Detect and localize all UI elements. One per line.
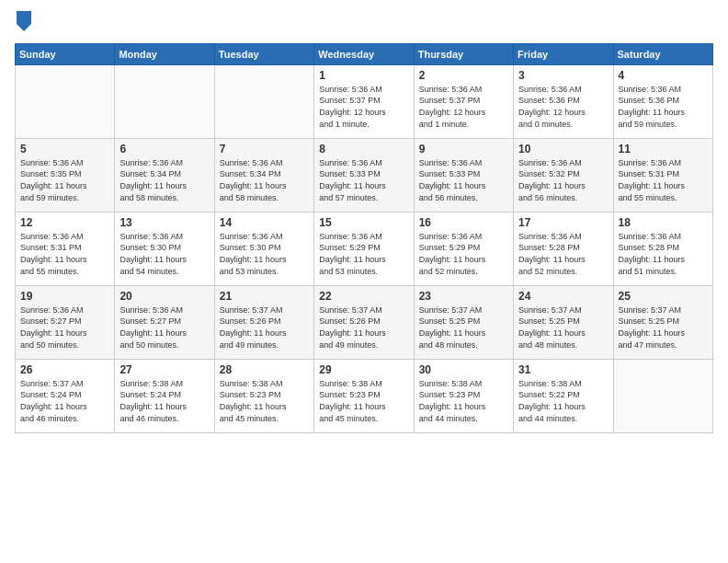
day-number: 26: [20, 363, 109, 376]
calendar-cell: 12Sunrise: 5:36 AM Sunset: 5:31 PM Dayli…: [16, 212, 115, 285]
calendar-cell: 29Sunrise: 5:38 AM Sunset: 5:23 PM Dayli…: [314, 359, 414, 432]
day-number: 29: [319, 363, 408, 376]
calendar-cell: 23Sunrise: 5:37 AM Sunset: 5:25 PM Dayli…: [414, 285, 513, 359]
cell-text: Sunrise: 5:36 AM Sunset: 5:34 PM Dayligh…: [220, 157, 309, 203]
day-number: 19: [20, 290, 109, 303]
cell-text: Sunrise: 5:38 AM Sunset: 5:24 PM Dayligh…: [119, 378, 209, 424]
day-number: 23: [419, 290, 508, 303]
calendar-cell: 11Sunrise: 5:36 AM Sunset: 5:31 PM Dayli…: [613, 138, 712, 212]
cell-text: Sunrise: 5:36 AM Sunset: 5:33 PM Dayligh…: [319, 157, 408, 203]
calendar-cell: [214, 64, 313, 138]
calendar-cell: 17Sunrise: 5:36 AM Sunset: 5:28 PM Dayli…: [514, 212, 613, 285]
cell-text: Sunrise: 5:36 AM Sunset: 5:36 PM Dayligh…: [619, 84, 708, 130]
calendar-cell: 31Sunrise: 5:38 AM Sunset: 5:22 PM Dayli…: [514, 359, 613, 432]
calendar-week-row: 19Sunrise: 5:36 AM Sunset: 5:27 PM Dayli…: [16, 285, 713, 359]
cell-text: Sunrise: 5:37 AM Sunset: 5:25 PM Dayligh…: [518, 304, 608, 350]
cell-text: Sunrise: 5:36 AM Sunset: 5:31 PM Dayligh…: [20, 231, 109, 277]
calendar-cell: 4Sunrise: 5:36 AM Sunset: 5:36 PM Daylig…: [613, 64, 712, 138]
day-number: 25: [619, 290, 708, 303]
cell-text: Sunrise: 5:36 AM Sunset: 5:30 PM Dayligh…: [119, 231, 209, 277]
cell-text: Sunrise: 5:36 AM Sunset: 5:31 PM Dayligh…: [619, 157, 708, 203]
day-number: 3: [518, 69, 608, 82]
day-number: 27: [119, 363, 209, 376]
day-number: 22: [319, 290, 408, 303]
cell-text: Sunrise: 5:37 AM Sunset: 5:25 PM Dayligh…: [619, 304, 708, 350]
weekday-header: Monday: [115, 43, 214, 64]
day-number: 11: [619, 143, 708, 155]
cell-text: Sunrise: 5:36 AM Sunset: 5:28 PM Dayligh…: [619, 231, 708, 277]
cell-text: Sunrise: 5:38 AM Sunset: 5:23 PM Dayligh…: [220, 378, 309, 424]
calendar-week-row: 12Sunrise: 5:36 AM Sunset: 5:31 PM Dayli…: [16, 212, 713, 285]
cell-text: Sunrise: 5:36 AM Sunset: 5:34 PM Dayligh…: [119, 157, 209, 203]
cell-text: Sunrise: 5:37 AM Sunset: 5:24 PM Dayligh…: [20, 378, 109, 424]
day-number: 28: [220, 363, 309, 376]
logo: [15, 11, 31, 36]
cell-text: Sunrise: 5:36 AM Sunset: 5:37 PM Dayligh…: [319, 84, 408, 130]
calendar-cell: 3Sunrise: 5:36 AM Sunset: 5:36 PM Daylig…: [514, 64, 613, 138]
day-number: 31: [518, 363, 608, 376]
weekday-header: Wednesday: [314, 43, 414, 64]
calendar-cell: 7Sunrise: 5:36 AM Sunset: 5:34 PM Daylig…: [214, 138, 313, 212]
day-number: 6: [119, 143, 209, 155]
cell-text: Sunrise: 5:36 AM Sunset: 5:37 PM Dayligh…: [419, 84, 508, 130]
day-number: 15: [319, 216, 408, 229]
day-number: 30: [419, 363, 508, 376]
day-number: 10: [518, 143, 608, 155]
cell-text: Sunrise: 5:37 AM Sunset: 5:25 PM Dayligh…: [419, 304, 508, 350]
day-number: 1: [319, 69, 408, 82]
calendar-cell: 25Sunrise: 5:37 AM Sunset: 5:25 PM Dayli…: [613, 285, 712, 359]
calendar-cell: 24Sunrise: 5:37 AM Sunset: 5:25 PM Dayli…: [514, 285, 613, 359]
cell-text: Sunrise: 5:36 AM Sunset: 5:29 PM Dayligh…: [419, 231, 508, 277]
calendar-cell: 14Sunrise: 5:36 AM Sunset: 5:30 PM Dayli…: [214, 212, 313, 285]
calendar-cell: 28Sunrise: 5:38 AM Sunset: 5:23 PM Dayli…: [214, 359, 313, 432]
weekday-header: Tuesday: [214, 43, 313, 64]
weekday-header: Thursday: [414, 43, 513, 64]
calendar-cell: 6Sunrise: 5:36 AM Sunset: 5:34 PM Daylig…: [115, 138, 214, 212]
calendar-cell: 22Sunrise: 5:37 AM Sunset: 5:26 PM Dayli…: [314, 285, 414, 359]
day-number: 16: [419, 216, 508, 229]
calendar-cell: 27Sunrise: 5:38 AM Sunset: 5:24 PM Dayli…: [115, 359, 214, 432]
calendar-body: 1Sunrise: 5:36 AM Sunset: 5:37 PM Daylig…: [16, 64, 713, 432]
calendar-table: SundayMondayTuesdayWednesdayThursdayFrid…: [15, 43, 713, 433]
weekday-header: Sunday: [16, 43, 115, 64]
day-number: 24: [518, 290, 608, 303]
cell-text: Sunrise: 5:38 AM Sunset: 5:23 PM Dayligh…: [319, 378, 408, 424]
calendar-week-row: 1Sunrise: 5:36 AM Sunset: 5:37 PM Daylig…: [16, 64, 713, 138]
calendar-cell: 2Sunrise: 5:36 AM Sunset: 5:37 PM Daylig…: [414, 64, 513, 138]
day-number: 2: [419, 69, 508, 82]
calendar-cell: 19Sunrise: 5:36 AM Sunset: 5:27 PM Dayli…: [16, 285, 115, 359]
day-number: 21: [220, 290, 309, 303]
calendar-cell: 15Sunrise: 5:36 AM Sunset: 5:29 PM Dayli…: [314, 212, 414, 285]
cell-text: Sunrise: 5:38 AM Sunset: 5:22 PM Dayligh…: [518, 378, 608, 424]
calendar-cell: 26Sunrise: 5:37 AM Sunset: 5:24 PM Dayli…: [16, 359, 115, 432]
calendar-cell: 18Sunrise: 5:36 AM Sunset: 5:28 PM Dayli…: [613, 212, 712, 285]
calendar-cell: 10Sunrise: 5:36 AM Sunset: 5:32 PM Dayli…: [514, 138, 613, 212]
calendar-cell: 30Sunrise: 5:38 AM Sunset: 5:23 PM Dayli…: [414, 359, 513, 432]
calendar-cell: 16Sunrise: 5:36 AM Sunset: 5:29 PM Dayli…: [414, 212, 513, 285]
calendar-cell: 21Sunrise: 5:37 AM Sunset: 5:26 PM Dayli…: [214, 285, 313, 359]
calendar-cell: 1Sunrise: 5:36 AM Sunset: 5:37 PM Daylig…: [314, 64, 414, 138]
page-header: [15, 11, 713, 36]
calendar-cell: 9Sunrise: 5:36 AM Sunset: 5:33 PM Daylig…: [414, 138, 513, 212]
cell-text: Sunrise: 5:38 AM Sunset: 5:23 PM Dayligh…: [419, 378, 508, 424]
cell-text: Sunrise: 5:36 AM Sunset: 5:35 PM Dayligh…: [20, 157, 109, 203]
day-number: 12: [20, 216, 109, 229]
weekday-header: Saturday: [613, 43, 712, 64]
calendar-cell: [16, 64, 115, 138]
cell-text: Sunrise: 5:36 AM Sunset: 5:33 PM Dayligh…: [419, 157, 508, 203]
cell-text: Sunrise: 5:37 AM Sunset: 5:26 PM Dayligh…: [220, 304, 309, 350]
cell-text: Sunrise: 5:36 AM Sunset: 5:28 PM Dayligh…: [518, 231, 608, 277]
day-number: 14: [220, 216, 309, 229]
cell-text: Sunrise: 5:37 AM Sunset: 5:26 PM Dayligh…: [319, 304, 408, 350]
cell-text: Sunrise: 5:36 AM Sunset: 5:32 PM Dayligh…: [518, 157, 608, 203]
cell-text: Sunrise: 5:36 AM Sunset: 5:27 PM Dayligh…: [119, 304, 209, 350]
calendar-week-row: 5Sunrise: 5:36 AM Sunset: 5:35 PM Daylig…: [16, 138, 713, 212]
calendar-week-row: 26Sunrise: 5:37 AM Sunset: 5:24 PM Dayli…: [16, 359, 713, 432]
cell-text: Sunrise: 5:36 AM Sunset: 5:30 PM Dayligh…: [220, 231, 309, 277]
cell-text: Sunrise: 5:36 AM Sunset: 5:29 PM Dayligh…: [319, 231, 408, 277]
day-number: 18: [619, 216, 708, 229]
day-number: 9: [419, 143, 508, 155]
day-number: 8: [319, 143, 408, 155]
svg-marker-0: [17, 11, 31, 31]
cell-text: Sunrise: 5:36 AM Sunset: 5:27 PM Dayligh…: [20, 304, 109, 350]
